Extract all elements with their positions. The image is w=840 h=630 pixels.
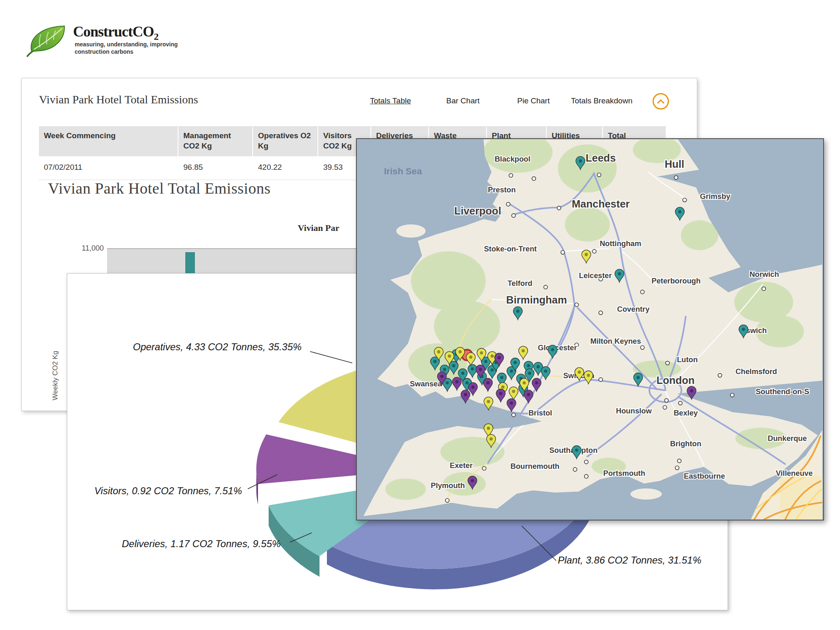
map-city-label: Bexley: [673, 409, 698, 417]
map-city-label: Luton: [677, 355, 698, 364]
pie-label-visitors: Visitors, 0.92 CO2 Tonnes, 7.51%: [94, 485, 242, 497]
nav-pie-chart[interactable]: Pie Chart: [517, 96, 550, 105]
map-city-label: London: [656, 374, 694, 386]
map-city-label: Telford: [508, 279, 532, 288]
map-city-label: Stoke-on-Trent: [484, 244, 537, 253]
map-city-label: Bournemouth: [510, 462, 559, 470]
map-city-label: Swansea: [410, 379, 442, 388]
y-axis-label: Weekly CO2 Kg: [51, 308, 62, 443]
map-city-label: Norwich: [749, 270, 779, 278]
map-city-label: Brighton: [670, 439, 701, 448]
map-city-label: Nottingham: [600, 239, 641, 248]
cell-management: 96.85: [178, 156, 253, 180]
col-header: Week Commencing: [39, 127, 178, 156]
map-overlay[interactable]: Irish Sea Blackpool Leeds Hull Preston M…: [356, 138, 824, 520]
bar-chart-heading: Vivian Park Hotel Total Emissions: [48, 179, 271, 197]
pie-label-operatives: Operatives, 4.33 CO2 Tonnes, 35.35%: [133, 341, 301, 353]
map-city-label: Dunkerque: [768, 434, 807, 443]
bar-chart-title: Vivian Par: [298, 223, 339, 233]
map-city-label: Coventry: [617, 305, 650, 313]
map-city-label: Villeneuve: [776, 469, 813, 477]
map-city-label: Manchester: [572, 198, 630, 210]
logo: ConstructCO2 measuring, understanding, i…: [25, 21, 254, 66]
pie-label-plant: Plant, 3.86 CO2 Tonnes, 31.51%: [558, 555, 701, 566]
map-city-label: Blackpool: [495, 155, 530, 163]
col-header: Operatives O2 Kg: [253, 127, 318, 156]
brand-sub: 2: [154, 31, 158, 42]
col-header: Management CO2 Kg: [178, 127, 253, 156]
cell-operatives: 420.22: [253, 156, 318, 180]
nav-bar-chart[interactable]: Bar Chart: [446, 96, 479, 105]
pie-label-deliveries: Deliveries, 1.17 CO2 Tonnes, 9.55%: [122, 538, 281, 550]
map-city-label: Gloucester: [538, 343, 577, 352]
chevron-up-icon: [657, 99, 664, 104]
cell-week: 07/02/2011: [39, 156, 178, 180]
map-city-label: Southend-on-S: [756, 387, 809, 396]
map-city-label: Chelmsford: [735, 367, 777, 376]
brand-name: ConstructCO2: [73, 23, 158, 42]
map-city-label: Peterborough: [652, 276, 701, 285]
brand-tagline: measuring, understanding, improving cons…: [75, 41, 178, 55]
map-city-label: Grimsby: [700, 192, 730, 201]
map-city-label: Exeter: [450, 461, 473, 470]
map-city-label: Bristol: [528, 409, 552, 417]
map-city-label: Milton Keynes: [590, 337, 641, 345]
map-city-label: Hull: [664, 158, 684, 170]
map-city-label: Eastbourne: [684, 472, 725, 480]
map-city-label: Birmingham: [506, 294, 567, 306]
map-city-label: Portsmouth: [603, 469, 645, 477]
nav-totals-table[interactable]: Totals Table: [370, 96, 411, 105]
sea-label: Irish Sea: [384, 166, 422, 176]
map-city-label: Liverpool: [454, 205, 501, 217]
collapse-panel-button[interactable]: [653, 93, 669, 110]
map-city-label: Preston: [488, 185, 516, 194]
nav-totals-breakdown[interactable]: Totals Breakdown: [571, 96, 632, 105]
map-city-label: Hounslow: [616, 406, 652, 415]
map-city-label: Plymouth: [431, 481, 465, 490]
map-city-label: Leicester: [579, 271, 612, 280]
leaf-icon: [25, 23, 71, 57]
panel-title: Vivian Park Hotel Total Emissions: [39, 93, 198, 106]
map-city-label: Leeds: [586, 152, 616, 164]
page: ConstructCO2 measuring, understanding, i…: [0, 0, 840, 630]
y-axis-tick: 11,000: [71, 244, 104, 253]
